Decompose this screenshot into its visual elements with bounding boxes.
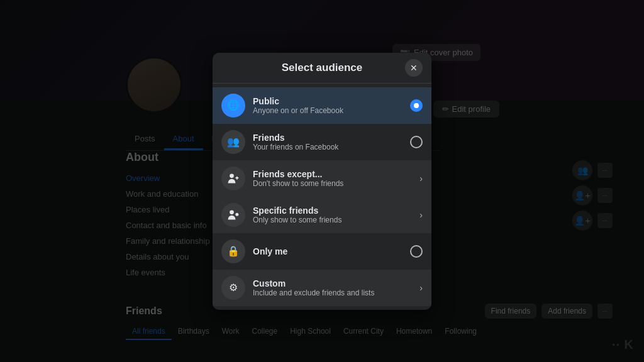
select-audience-modal: Select audience ✕ 🌐 Public Anyone on or … xyxy=(213,53,431,310)
option-specific-friends-text: Specific friends Only show to some frien… xyxy=(253,206,412,224)
specific-friends-icon xyxy=(221,203,245,227)
option-custom[interactable]: ⚙ Custom Include and exclude friends and… xyxy=(213,270,431,306)
option-custom-title: Custom xyxy=(253,278,412,288)
chevron-right-icon-2: › xyxy=(419,210,423,220)
option-friends-except-title: Friends except... xyxy=(253,169,412,179)
option-only-me[interactable]: 🔒 Only me xyxy=(213,233,431,270)
option-friends-title: Friends xyxy=(253,133,402,143)
option-public-subtitle: Anyone on or off Facebook xyxy=(253,106,402,115)
chevron-right-icon-3: › xyxy=(419,283,423,293)
option-specific-friends[interactable]: Specific friends Only show to some frien… xyxy=(213,197,431,233)
option-friends-radio xyxy=(410,136,423,148)
friends-icon: 👥 xyxy=(221,130,245,154)
option-friends-except-subtitle: Don't show to some friends xyxy=(253,179,412,188)
modal-overlay[interactable]: Select audience ✕ 🌐 Public Anyone on or … xyxy=(0,0,644,362)
svg-point-3 xyxy=(230,210,234,214)
svg-point-4 xyxy=(235,212,238,216)
option-public-text: Public Anyone on or off Facebook xyxy=(253,96,402,115)
option-friends-except[interactable]: Friends except... Don't show to some fri… xyxy=(213,160,431,197)
option-only-me-title: Only me xyxy=(253,246,402,256)
option-custom-text: Custom Include and exclude friends and l… xyxy=(253,278,412,297)
option-public-radio xyxy=(410,99,423,112)
gear-icon: ⚙ xyxy=(221,276,245,300)
modal-title: Select audience xyxy=(282,62,363,74)
globe-icon: 🌐 xyxy=(221,94,245,118)
option-specific-friends-subtitle: Only show to some friends xyxy=(253,216,412,224)
modal-close-button[interactable]: ✕ xyxy=(405,59,423,77)
option-public-title: Public xyxy=(253,96,402,106)
option-custom-subtitle: Include and exclude friends and lists xyxy=(253,288,412,297)
option-friends[interactable]: 👥 Friends Your friends on Facebook xyxy=(213,124,431,160)
option-friends-text: Friends Your friends on Facebook xyxy=(253,133,402,151)
option-public[interactable]: 🌐 Public Anyone on or off Facebook xyxy=(213,87,431,124)
close-icon: ✕ xyxy=(410,63,418,73)
friends-except-icon xyxy=(221,167,245,190)
option-only-me-radio xyxy=(410,245,423,258)
svg-point-0 xyxy=(230,173,234,178)
modal-header: Select audience ✕ xyxy=(213,53,431,84)
modal-body: 🌐 Public Anyone on or off Facebook 👥 Fri… xyxy=(213,84,431,310)
option-friends-subtitle: Your friends on Facebook xyxy=(253,143,402,151)
option-friends-except-text: Friends except... Don't show to some fri… xyxy=(253,169,412,188)
option-only-me-text: Only me xyxy=(253,246,402,256)
option-specific-friends-title: Specific friends xyxy=(253,206,412,216)
chevron-right-icon: › xyxy=(419,173,423,184)
lock-icon: 🔒 xyxy=(221,239,245,263)
